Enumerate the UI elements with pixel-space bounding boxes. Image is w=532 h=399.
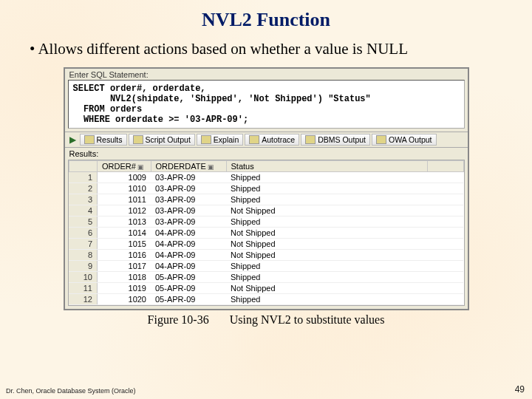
rownum: 9 [69,261,98,272]
cell-order: 1020 [98,294,151,305]
rownum: 5 [69,216,98,228]
figure-caption: Figure 10-36 Using NVL2 to substitute va… [0,310,532,327]
rownum-header [69,161,98,172]
kw-from: FROM [73,104,105,115]
cell-order: 1011 [98,194,151,205]
table-row[interactable]: 1100903-APR-09Shipped [69,172,463,183]
cell-status: Shipped [226,261,427,272]
bullet-text: • Allows different actions based on whet… [0,31,532,64]
results-body: 1100903-APR-09Shipped 2101003-APR-09Ship… [69,172,463,305]
cell-date: 05-APR-09 [151,272,226,283]
cell-date: 04-APR-09 [151,239,226,250]
col-order[interactable]: ORDER#▣ [98,161,151,172]
script-icon [133,135,143,144]
tab-autotrace-label: Autotrace [262,135,295,144]
col-spacer [427,161,463,172]
run-icon[interactable]: ▶ [68,134,78,145]
tab-dbms-output[interactable]: DBMS Output [301,134,370,146]
col-orderdate[interactable]: ORDERDATE▣ [151,161,226,172]
table-row[interactable]: 3101103-APR-09Shipped [69,194,463,205]
page-number: 49 [515,384,525,395]
kw-where: WHERE [73,115,110,125]
explain-icon [201,135,211,144]
cell-status: Shipped [226,272,427,283]
cell-date: 04-APR-09 [151,228,226,239]
cell-status: Shipped [226,183,427,194]
cell-date: 03-APR-09 [151,205,226,216]
table-row[interactable]: 6101404-APR-09Not Shipped [69,228,463,239]
cell-status: Shipped [226,172,427,183]
table-row[interactable]: 2101003-APR-09Shipped [69,183,463,194]
rownum: 6 [69,228,98,239]
tab-dbms-label: DBMS Output [318,135,366,144]
rownum: 8 [69,250,98,261]
table-row[interactable]: 12102005-APR-09Shipped [69,294,463,305]
tab-script-label: Script Output [146,135,191,144]
figure-number: Figure 10-36 [148,313,227,327]
table-row[interactable]: 8101604-APR-09Not Shipped [69,250,463,261]
figure-desc: Using NVL2 to substitute values [230,313,385,326]
cell-date: 04-APR-09 [151,250,226,261]
rownum: 12 [69,294,98,305]
cell-date: 03-APR-09 [151,216,226,228]
cell-date: 05-APR-09 [151,283,226,294]
col-orderdate-label: ORDERDATE [156,162,206,171]
table-row[interactable]: 9101704-APR-09Shipped [69,261,463,272]
tab-owa-output[interactable]: OWA Output [372,134,437,146]
table-row[interactable]: 11101905-APR-09Not Shipped [69,283,463,294]
cell-order: 1014 [98,228,151,239]
cell-status: Not Shipped [226,239,427,250]
cell-order: 1017 [98,261,151,272]
sort-icon: ▣ [136,163,144,171]
cell-order: 1018 [98,272,151,283]
sql-editor[interactable]: SELECT order#, orderdate, NVL2(shipdate,… [68,80,465,129]
col-order-label: ORDER# [102,162,136,171]
grid-icon [84,135,95,144]
cell-order: 1012 [98,205,151,216]
sql-panel-label: Enter SQL Statement: [65,69,468,80]
table-row[interactable]: 5101303-APR-09Shipped [69,216,463,228]
tab-autotrace[interactable]: Autotrace [245,134,299,146]
cell-date: 03-APR-09 [151,183,226,194]
tab-results[interactable]: Results [80,134,127,146]
table-row[interactable]: 4101203-APR-09Not Shipped [69,205,463,216]
header-row: ORDER#▣ ORDERDATE▣ Status [69,161,463,172]
tab-script-output[interactable]: Script Output [129,134,195,146]
cell-status: Not Shipped [226,250,427,261]
cell-order: 1015 [98,239,151,250]
owa-icon [376,135,386,144]
results-label: Results: [65,148,468,160]
cell-order: 1009 [98,172,151,183]
page-title: NVL2 Function [0,0,532,31]
sql-l1: order#, orderdate, [105,83,206,94]
table-row[interactable]: 10101805-APR-09Shipped [69,272,463,283]
tab-explain[interactable]: Explain [197,134,243,146]
cell-status: Shipped [226,194,427,205]
autotrace-icon [249,135,259,144]
footer-author: Dr. Chen, Oracle Database System (Oracle… [6,387,136,395]
cell-order: 1016 [98,250,151,261]
rownum: 2 [69,183,98,194]
results-toolbar: ▶ Results Script Output Explain Autotrac… [65,132,468,148]
kw-select: SELECT [73,83,105,94]
cell-date: 04-APR-09 [151,261,226,272]
sql-l4: orderdate >= '03-APR-09'; [110,115,248,125]
cell-date: 03-APR-09 [151,194,226,205]
col-status[interactable]: Status [226,161,427,172]
cell-date: 03-APR-09 [151,172,226,183]
tab-owa-label: OWA Output [389,135,432,144]
rownum: 4 [69,205,98,216]
col-status-label: Status [231,162,254,171]
sql-l3: orders [105,104,142,115]
sql-developer-window: Enter SQL Statement: SELECT order#, orde… [64,67,469,310]
cell-date: 05-APR-09 [151,294,226,305]
sql-l2: NVL2(shipdate, 'Shipped', 'Not Shipped')… [73,94,371,104]
cell-status: Not Shipped [226,205,427,216]
cell-order: 1013 [98,216,151,228]
table-row[interactable]: 7101504-APR-09Not Shipped [69,239,463,250]
rownum: 3 [69,194,98,205]
cell-status: Not Shipped [226,283,427,294]
rownum: 10 [69,272,98,283]
cell-status: Not Shipped [226,228,427,239]
cell-order: 1010 [98,183,151,194]
